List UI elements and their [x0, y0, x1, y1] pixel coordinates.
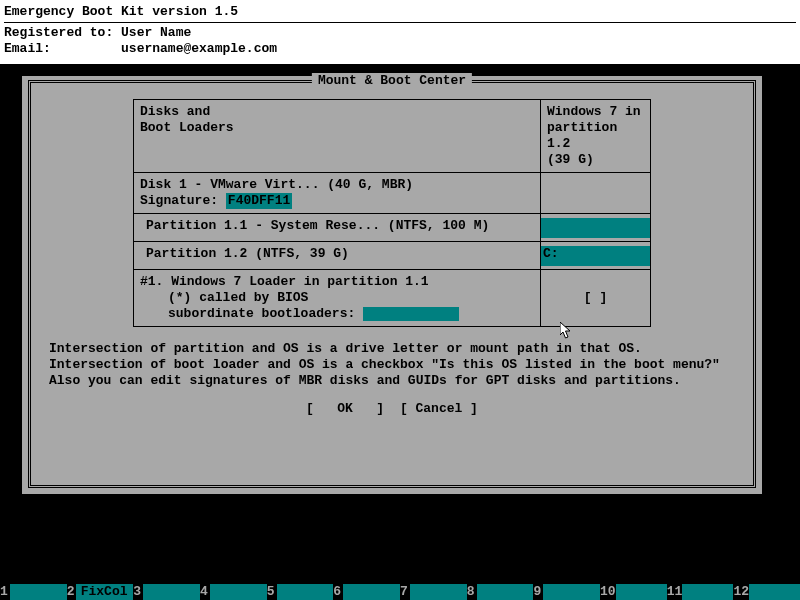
dialog-border: Mount & Boot Center Disks and Boot Loade…	[28, 80, 756, 488]
f3-key[interactable]: 3	[133, 584, 200, 600]
f12-key[interactable]: 12	[733, 584, 800, 600]
partition-1-1[interactable]: Partition 1.1 - System Rese... (NTFS, 10…	[134, 214, 540, 242]
bootloader-os-checkbox[interactable]: [ ]	[540, 270, 650, 326]
ok-button[interactable]: [ OK ]	[306, 401, 384, 417]
f1-key[interactable]: 1	[0, 584, 67, 600]
dialog: Mount & Boot Center Disks and Boot Loade…	[22, 76, 762, 494]
col-header-right: Windows 7 in partition 1.2 (39 G)	[540, 100, 650, 173]
bootloader-row[interactable]: #1. Windows 7 Loader in partition 1.1 (*…	[134, 270, 540, 326]
f8-key[interactable]: 8	[467, 584, 534, 600]
partition-1-2-os[interactable]: C:	[540, 242, 650, 270]
f6-key[interactable]: 6	[333, 584, 400, 600]
partition-1-2[interactable]: Partition 1.2 (NTFS, 39 G)	[134, 242, 540, 270]
app-title: Emergency Boot Kit version 1.5	[4, 4, 796, 20]
button-row: [ OK ] [ Cancel ]	[43, 401, 741, 417]
registered-row: Registered to: User Name	[4, 25, 796, 41]
grid: Disks and Boot Loaders Windows 7 in part…	[133, 99, 651, 327]
f9-key[interactable]: 9	[533, 584, 600, 600]
f5-key[interactable]: 5	[267, 584, 334, 600]
header-rule	[4, 22, 796, 23]
f2-key[interactable]: 2FixCol	[67, 584, 134, 600]
cancel-button[interactable]: [ Cancel ]	[400, 401, 478, 417]
header: Emergency Boot Kit version 1.5 Registere…	[0, 0, 800, 64]
email-row: Email: username@example.com	[4, 41, 796, 57]
screen: Mount & Boot Center Disks and Boot Loade…	[0, 64, 800, 568]
dialog-title: Mount & Boot Center	[312, 73, 472, 89]
signature-value[interactable]: F40DFF11	[226, 193, 292, 209]
partition-1-1-os[interactable]	[540, 214, 650, 242]
disk-row[interactable]: Disk 1 - VMware Virt... (40 G, MBR) Sign…	[134, 173, 540, 214]
sub-bootloaders-field[interactable]	[363, 307, 459, 321]
function-bar: 1 2FixCol 3 4 5 6 7 8 9 10 11 12	[0, 584, 800, 600]
f7-key[interactable]: 7	[400, 584, 467, 600]
f11-key[interactable]: 11	[667, 584, 734, 600]
f10-key[interactable]: 10	[600, 584, 667, 600]
f4-key[interactable]: 4	[200, 584, 267, 600]
col-header-left: Disks and Boot Loaders	[134, 100, 540, 173]
help-text: Intersection of partition and OS is a dr…	[49, 341, 735, 389]
disk-row-os	[540, 173, 650, 214]
